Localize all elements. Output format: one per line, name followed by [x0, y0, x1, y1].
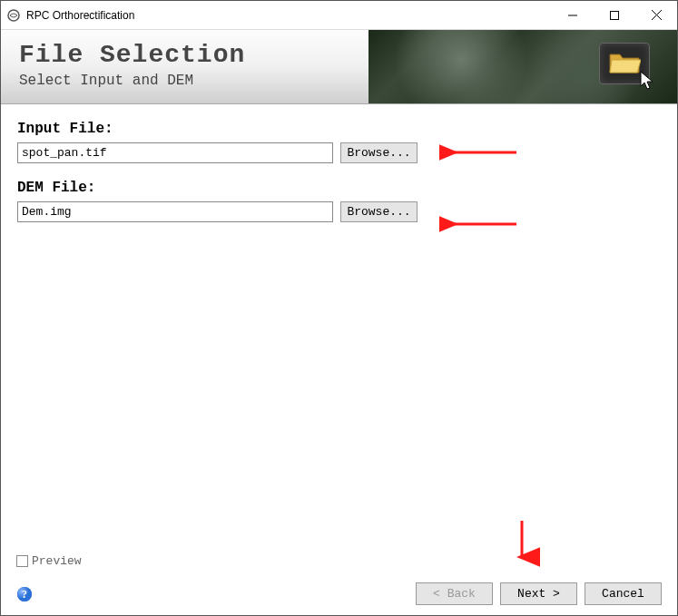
banner: File Selection Select Input and DEM: [1, 30, 677, 104]
input-browse-button[interactable]: Browse...: [340, 142, 418, 163]
banner-image: [368, 30, 677, 103]
app-icon: [6, 8, 21, 23]
annotation-arrow: [439, 210, 521, 238]
annotation-arrow: [439, 139, 521, 166]
dem-browse-button[interactable]: Browse...: [340, 201, 418, 222]
input-file-field[interactable]: [17, 142, 333, 163]
help-icon[interactable]: ?: [16, 586, 33, 602]
svg-rect-2: [611, 11, 619, 19]
banner-title: File Selection: [19, 41, 368, 69]
dem-file-field[interactable]: [17, 201, 333, 222]
input-file-label: Input File:: [17, 121, 661, 137]
preview-label: Preview: [32, 554, 82, 568]
dem-file-label: DEM File:: [17, 180, 661, 196]
next-button[interactable]: Next >: [500, 582, 577, 605]
content-area: Input File: Browse... DEM File: Browse..…: [1, 104, 677, 540]
svg-text:?: ?: [22, 588, 27, 601]
banner-subtitle: Select Input and DEM: [19, 73, 368, 89]
maximize-button[interactable]: [594, 1, 635, 29]
window-controls: [552, 1, 677, 29]
titlebar: RPC Orthorectification: [1, 1, 677, 30]
back-button[interactable]: < Back: [416, 582, 493, 605]
minimize-button[interactable]: [552, 1, 594, 29]
window-title: RPC Orthorectification: [26, 9, 552, 22]
cancel-button[interactable]: Cancel: [585, 582, 662, 605]
close-button[interactable]: [635, 1, 677, 29]
preview-checkbox[interactable]: [16, 555, 28, 567]
cursor-icon: [639, 70, 657, 94]
bottom-bar: Preview ? < Back Next > Cancel: [0, 554, 678, 616]
